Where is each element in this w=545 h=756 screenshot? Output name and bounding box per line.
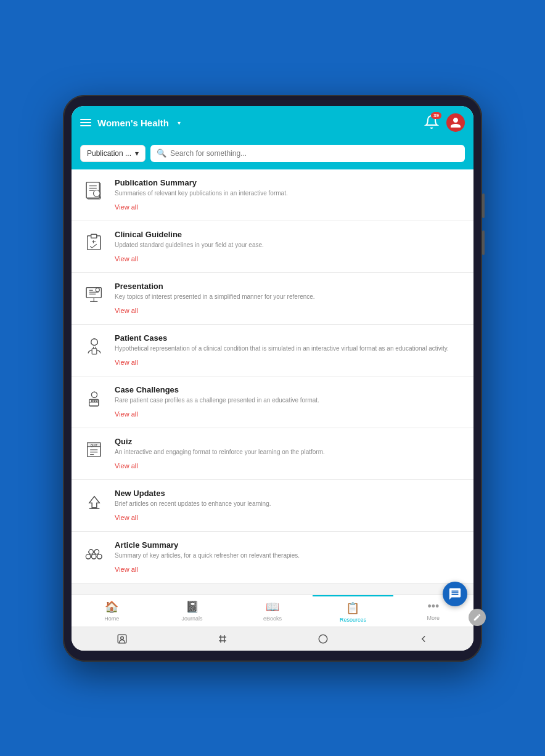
resource-description: An interactive and engaging format to re… xyxy=(115,448,464,457)
publication-summary-content: Publication Summary Summaries of relevan… xyxy=(115,178,464,212)
system-profile-button[interactable] xyxy=(115,632,129,646)
title-chevron-icon: ▾ xyxy=(178,120,181,126)
resource-description: Updated standard guidelines in your fiel… xyxy=(115,241,464,250)
header-right: 39 xyxy=(422,112,465,134)
resource-title: Presentation xyxy=(115,282,464,291)
journals-icon: 📓 xyxy=(186,600,199,614)
resource-title: Case Challenges xyxy=(115,385,464,394)
search-icon: 🔍 xyxy=(157,148,166,158)
nav-journals-label: Journals xyxy=(182,616,203,622)
bottom-navigation: 🏠 Home 📓 Journals 📖 eBooks 📋 Resources •… xyxy=(72,595,473,627)
view-all-link[interactable]: View all xyxy=(115,462,138,469)
app-title: Women's Health xyxy=(97,118,169,128)
view-all-link[interactable]: View all xyxy=(115,307,138,314)
patient-cases-icon xyxy=(81,333,107,359)
nav-home-label: Home xyxy=(104,616,119,622)
svg-text:QUIZ: QUIZ xyxy=(91,444,97,447)
resources-list: Publication Summary Summaries of relevan… xyxy=(72,169,473,595)
nav-resources-label: Resources xyxy=(340,617,366,623)
new-updates-icon xyxy=(81,489,107,514)
tablet-screen: Women's Health ▾ 39 xyxy=(72,106,473,651)
tablet-device: Women's Health ▾ 39 xyxy=(63,95,482,662)
home-icon: 🏠 xyxy=(105,600,118,614)
new-updates-content: New Updates Brief articles on recent upd… xyxy=(115,489,464,522)
presentation-content: Presentation Key topics of interest pres… xyxy=(115,282,464,315)
chat-fab-button[interactable] xyxy=(443,582,467,606)
view-all-link[interactable]: View all xyxy=(115,203,138,211)
article-summary-content: Article Summary Summary of key articles,… xyxy=(115,540,464,574)
svg-rect-61 xyxy=(319,635,327,643)
system-back-button[interactable] xyxy=(417,632,430,646)
edit-fab-button[interactable] xyxy=(469,609,486,626)
list-item: Case Challenges Rare patient case profil… xyxy=(72,376,473,428)
list-item: Presentation Key topics of interest pres… xyxy=(72,273,473,325)
search-input[interactable] xyxy=(170,149,459,158)
nav-ebooks-label: eBooks xyxy=(263,616,282,622)
resource-description: Hypothetical representation of a clinica… xyxy=(115,344,464,353)
nav-ebooks[interactable]: 📖 eBooks xyxy=(232,595,313,627)
resource-description: Key topics of interest presented in a si… xyxy=(115,293,464,301)
nav-home[interactable]: 🏠 Home xyxy=(72,595,152,627)
resource-title: Article Summary xyxy=(115,540,464,550)
view-all-link[interactable]: View all xyxy=(115,514,138,521)
list-item: Patient Cases Hypothetical representatio… xyxy=(72,325,473,376)
svg-rect-13 xyxy=(91,234,97,238)
clinical-guideline-icon xyxy=(81,230,107,256)
nav-journals[interactable]: 📓 Journals xyxy=(152,595,232,627)
article-summary-icon xyxy=(81,540,107,566)
resource-title: New Updates xyxy=(115,489,464,498)
list-item: Clinical Guideline Updated standard guid… xyxy=(72,221,473,273)
svg-point-56 xyxy=(120,636,123,640)
resources-icon: 📋 xyxy=(346,601,359,615)
case-challenges-content: Case Challenges Rare patient case profil… xyxy=(115,385,464,419)
list-item: New Updates Brief articles on recent upd… xyxy=(72,480,473,532)
system-bar xyxy=(72,627,473,651)
resource-description: Rare patient case profiles as a challeng… xyxy=(115,396,464,405)
resource-title: Publication Summary xyxy=(115,178,464,187)
resource-description: Brief articles on recent updates to enha… xyxy=(115,500,464,508)
svg-point-9 xyxy=(93,190,100,197)
system-grid-button[interactable] xyxy=(216,632,229,646)
dropdown-chevron-icon: ▾ xyxy=(135,149,139,158)
view-all-link[interactable]: View all xyxy=(115,566,138,573)
publication-summary-icon xyxy=(81,178,107,204)
notification-button[interactable]: 39 xyxy=(422,112,441,134)
resource-title: Patient Cases xyxy=(115,333,464,343)
user-avatar-button[interactable] xyxy=(446,113,465,132)
svg-rect-27 xyxy=(92,348,97,354)
list-item: Publication Summary Summaries of relevan… xyxy=(72,169,473,221)
publication-dropdown[interactable]: Publication ... ▾ xyxy=(80,145,145,162)
nav-resources[interactable]: 📋 Resources xyxy=(313,595,393,627)
resource-title: Quiz xyxy=(115,437,464,446)
notification-badge: 39 xyxy=(431,112,441,119)
hamburger-menu-button[interactable] xyxy=(80,119,91,126)
more-icon: ••• xyxy=(427,600,439,613)
search-bar-container: Publication ... ▾ 🔍 xyxy=(72,140,473,169)
resource-description: Summaries of relevant key publications i… xyxy=(115,189,464,198)
view-all-link[interactable]: View all xyxy=(115,255,138,262)
quiz-content: Quiz An interactive and engaging format … xyxy=(115,437,464,471)
system-home-button[interactable] xyxy=(316,632,330,646)
app-header: Women's Health ▾ 39 xyxy=(72,106,473,140)
header-left: Women's Health ▾ xyxy=(80,118,181,128)
resource-description: Summary of key articles, for a quick ref… xyxy=(115,551,464,560)
search-input-wrapper: 🔍 xyxy=(150,145,465,162)
ebooks-icon: 📖 xyxy=(266,600,279,614)
view-all-link[interactable]: View all xyxy=(115,410,138,418)
patient-cases-content: Patient Cases Hypothetical representatio… xyxy=(115,333,464,367)
nav-more-label: More xyxy=(427,615,440,621)
view-all-link[interactable]: View all xyxy=(115,359,138,366)
clinical-guideline-content: Clinical Guideline Updated standard guid… xyxy=(115,230,464,264)
case-challenges-icon xyxy=(81,385,107,411)
list-item: Article Summary Summary of key articles,… xyxy=(72,532,473,583)
quiz-icon: QUIZ xyxy=(81,437,107,463)
resource-title: Clinical Guideline xyxy=(115,230,464,239)
svg-point-24 xyxy=(96,288,99,291)
dropdown-label: Publication ... xyxy=(87,149,131,158)
list-item: QUIZ Quiz An interactive and engaging fo… xyxy=(72,428,473,480)
presentation-icon xyxy=(81,282,107,307)
